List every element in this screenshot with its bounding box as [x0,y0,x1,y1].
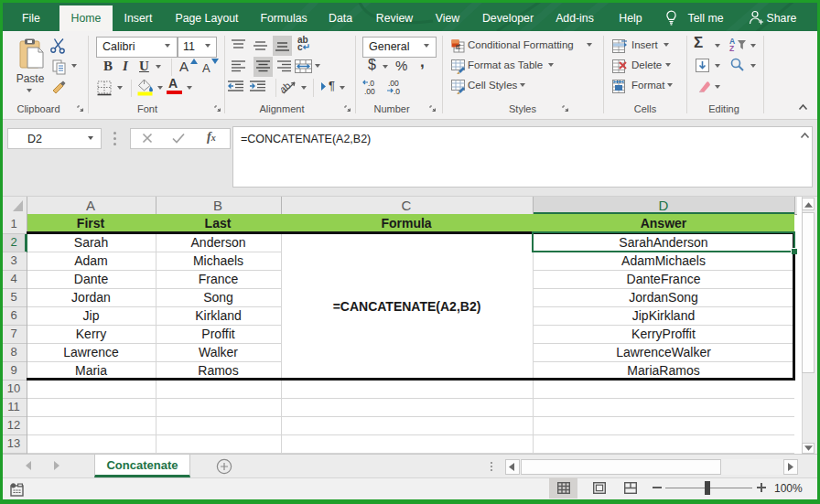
svg-text:ab: ab [281,80,293,95]
svg-text:.00: .00 [364,87,375,96]
svg-text:.0: .0 [394,87,400,96]
